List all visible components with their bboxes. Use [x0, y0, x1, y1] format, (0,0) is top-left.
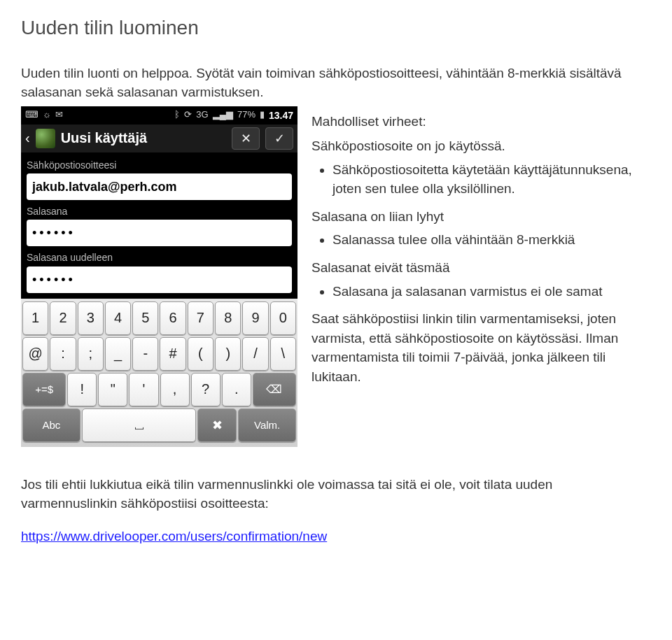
form-area: Sähköpostiosoitteesi jakub.latvala@perh.…: [21, 152, 298, 299]
key-colon[interactable]: :: [50, 337, 76, 371]
password-label: Salasana: [27, 204, 292, 218]
password2-label: Salasana uudelleen: [27, 250, 292, 264]
bluetooth-icon: ᛒ: [174, 108, 180, 122]
status-bar: ⌨ ☼ ✉ ᛒ ⟳ 3G ▂▄▆ 77% ▮ 13.47: [21, 106, 298, 125]
key-period[interactable]: .: [222, 373, 251, 406]
key-question[interactable]: ?: [191, 373, 220, 406]
password-field[interactable]: ••••••: [27, 220, 292, 246]
key-slash[interactable]: /: [242, 337, 268, 371]
key-0[interactable]: 0: [270, 301, 296, 335]
errors-heading: Mahdolliset virheet:: [312, 112, 651, 131]
key-4[interactable]: 4: [105, 301, 131, 335]
keyboard-indicator-icon: ⌨: [25, 108, 38, 122]
keyboard-row-4: Abc ⎵ ✖ Valm.: [22, 408, 296, 442]
key-6[interactable]: 6: [160, 301, 186, 335]
confirmation-link[interactable]: https://www.drivelooper.com/users/confir…: [21, 529, 327, 543]
key-5[interactable]: 5: [132, 301, 158, 335]
error2-item: Salanassa tulee olla vähintään 8-merkkiä: [332, 230, 651, 250]
error2-title: Salasana on liian lyhyt: [312, 207, 651, 227]
key-2[interactable]: 2: [50, 301, 76, 335]
key-1[interactable]: 1: [22, 301, 48, 335]
keyboard-row-2: @ : ; _ - # ( ) / \: [22, 337, 296, 371]
error3-item: Salasana ja salasanan varmistus ei ole s…: [332, 282, 651, 301]
key-9[interactable]: 9: [242, 301, 268, 335]
avatar-icon: [36, 129, 55, 148]
key-8[interactable]: 8: [215, 301, 241, 335]
key-rparen[interactable]: ): [215, 337, 241, 371]
battery-icon: ▮: [260, 108, 265, 122]
key-underscore[interactable]: _: [105, 337, 131, 371]
key-squote[interactable]: ': [129, 373, 158, 406]
key-comma[interactable]: ,: [160, 373, 190, 406]
key-at[interactable]: @: [22, 337, 48, 371]
soft-keyboard: 1 2 3 4 5 6 7 8 9 0 @ : ; _ - #: [21, 299, 298, 447]
key-done[interactable]: Valm.: [238, 408, 296, 442]
keyboard-row-3: +=$ ! " ' , ? . ⌫: [22, 373, 296, 406]
key-symbols[interactable]: +=$: [22, 373, 66, 406]
network-type-label: 3G: [196, 108, 208, 122]
error1-item: Sähköpostiosoitetta käytetään käyttäjätu…: [332, 160, 651, 199]
footer-text: Jos tili ehtii lukkiutua eikä tilin varm…: [21, 475, 651, 513]
key-lparen[interactable]: (: [188, 337, 214, 371]
error1-title: Sähköpostiosoite on jo käytössä.: [312, 136, 651, 156]
screen-title: Uusi käyttäjä: [61, 128, 226, 148]
mail-icon: ✉: [55, 108, 63, 122]
confirmation-info: Saat sähköpostiisi linkin tilin varmenta…: [312, 309, 651, 386]
status-time: 13.47: [269, 108, 293, 122]
key-hyphen[interactable]: -: [132, 337, 158, 371]
password2-field[interactable]: ••••••: [27, 266, 292, 293]
keyboard-row-1: 1 2 3 4 5 6 7 8 9 0: [22, 301, 296, 335]
key-settings-icon[interactable]: ✖: [197, 408, 237, 442]
battery-percent: 77%: [237, 108, 255, 122]
key-dquote[interactable]: ": [98, 373, 127, 406]
cancel-button[interactable]: ✕: [232, 127, 260, 150]
key-semicolon[interactable]: ;: [78, 337, 104, 371]
page-heading: Uuden tilin luominen: [21, 14, 651, 43]
confirm-button[interactable]: ✓: [265, 127, 293, 150]
email-label: Sähköpostiosoitteesi: [27, 158, 292, 172]
phone-screenshot: ⌨ ☼ ✉ ᛒ ⟳ 3G ▂▄▆ 77% ▮ 13.47 ‹ Uusi käyt…: [21, 106, 298, 447]
error3-title: Salasanat eivät täsmää: [312, 258, 651, 278]
key-backslash[interactable]: \: [270, 337, 296, 371]
key-excl[interactable]: !: [67, 373, 97, 406]
back-icon[interactable]: ‹: [25, 128, 30, 148]
key-space[interactable]: ⎵: [82, 408, 197, 442]
sync-icon: ⟳: [184, 108, 192, 122]
key-hash[interactable]: #: [160, 337, 186, 371]
brightness-icon: ☼: [43, 108, 51, 122]
email-field[interactable]: jakub.latvala@perh.com: [27, 173, 292, 200]
intro-paragraph: Uuden tilin luonti on helppoa. Syötät va…: [21, 64, 651, 102]
key-backspace[interactable]: ⌫: [253, 373, 296, 406]
key-abc[interactable]: Abc: [22, 408, 80, 442]
key-7[interactable]: 7: [188, 301, 214, 335]
signal-icon: ▂▄▆: [213, 108, 233, 122]
key-3[interactable]: 3: [78, 301, 104, 335]
title-bar: ‹ Uusi käyttäjä ✕ ✓: [21, 125, 298, 152]
